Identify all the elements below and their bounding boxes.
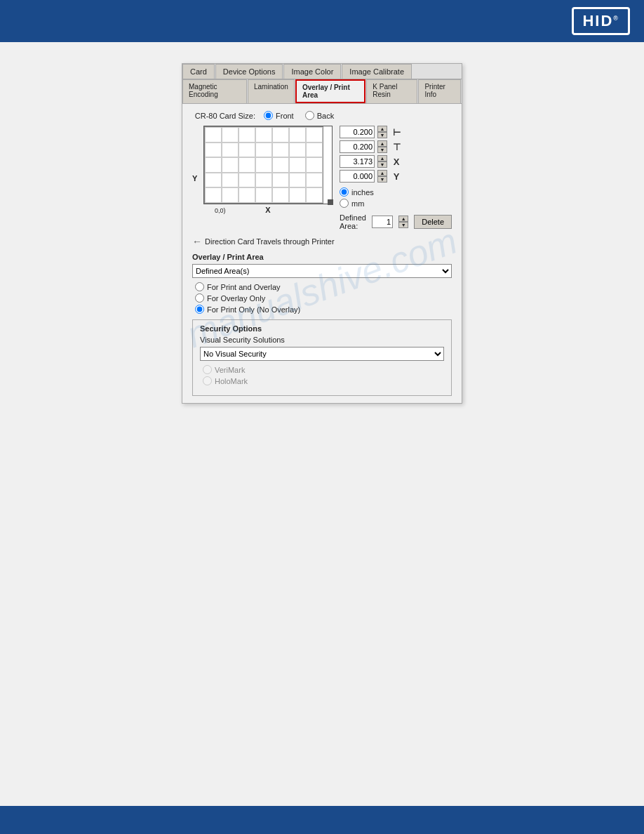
grid-cell	[289, 157, 306, 173]
grid-cell	[306, 173, 323, 188]
tab-printer-info[interactable]: Printer Info	[418, 79, 461, 103]
value1-input[interactable]	[340, 126, 375, 138]
tab-device-options[interactable]: Device Options	[215, 64, 283, 79]
dialog-body: CR-80 Card Size: Front Back Y	[182, 104, 462, 403]
spinner-area: ▲ ▼	[398, 216, 408, 228]
overlay-only-radio[interactable]	[195, 293, 204, 303]
grid-cell	[306, 127, 323, 143]
inches-label: inches	[351, 188, 374, 197]
mm-radio[interactable]	[340, 199, 349, 208]
spin-down-3[interactable]: ▼	[377, 161, 387, 168]
grid-canvas	[203, 126, 333, 204]
spinner-2: ▲ ▼	[377, 140, 387, 153]
grid-cell	[255, 157, 272, 173]
holomark-radio	[203, 376, 212, 385]
icon-4: Y	[390, 171, 403, 182]
grid-cell	[222, 173, 239, 188]
print-options-group: For Print and Overlay For Overlay Only F…	[195, 282, 452, 314]
y-axis-label: Y	[192, 174, 197, 183]
spin-up-4[interactable]: ▲	[377, 170, 387, 176]
logo-sup: ®	[613, 15, 619, 22]
spin-down-4[interactable]: ▼	[377, 176, 387, 183]
tab-overlay-print-area[interactable]: Overlay / Print Area	[295, 79, 365, 103]
icon-3: X	[390, 157, 403, 167]
front-radio[interactable]	[264, 111, 273, 120]
grid-cell	[255, 127, 272, 143]
card-size-row: CR-80 Card Size: Front Back	[192, 111, 452, 120]
grid-cell	[205, 157, 222, 173]
controls-area: ▲ ▼ ⊢ ▲ ▼ ⊤	[340, 126, 452, 230]
card-size-radio-group: Front Back	[264, 111, 334, 120]
grid-cell	[239, 127, 255, 143]
front-label: Front	[276, 112, 294, 120]
spin-up-2[interactable]: ▲	[377, 140, 387, 147]
value3-input[interactable]	[340, 155, 375, 168]
security-dropdown[interactable]: No Visual Security	[200, 347, 444, 361]
overlay-only-radio-item[interactable]: For Overlay Only	[195, 293, 452, 303]
tab-k-panel-resin[interactable]: K Panel Resin	[366, 79, 417, 103]
defined-area-input[interactable]	[372, 216, 393, 228]
grid-cell	[255, 143, 272, 158]
tab-lamination[interactable]: Lamination	[248, 79, 295, 103]
spin-up-3[interactable]: ▲	[377, 155, 387, 161]
mm-radio-item[interactable]: mm	[340, 199, 452, 208]
value4-input[interactable]	[340, 170, 375, 183]
control-row-3: ▲ ▼ X	[340, 155, 452, 168]
origin-label: 0,0)	[215, 207, 226, 214]
grid-cell	[272, 157, 289, 173]
card-size-label: CR-80 Card Size:	[192, 112, 255, 120]
grid-cell	[289, 143, 306, 158]
control-row-1: ▲ ▼ ⊢	[340, 126, 452, 138]
print-only-radio[interactable]	[195, 305, 204, 314]
direction-text: Direction Card Travels through Printer	[205, 237, 335, 246]
units-row: inches mm	[340, 187, 452, 208]
security-group: Security Options Visual Security Solutio…	[192, 319, 452, 396]
spinner-3: ▲ ▼	[377, 155, 387, 168]
inches-radio-item[interactable]: inches	[340, 187, 452, 197]
direction-row: ← Direction Card Travels through Printer	[192, 236, 452, 247]
overlay-dropdown-row: Defined Area(s) Full Card None	[192, 264, 452, 278]
print-overlay-radio-item[interactable]: For Print and Overlay	[195, 282, 452, 291]
grid-cell	[272, 127, 289, 143]
spin-up-area[interactable]: ▲	[398, 216, 408, 222]
icon-2: ⊤	[390, 142, 403, 152]
overlay-dropdown[interactable]: Defined Area(s) Full Card None	[192, 264, 452, 278]
grid-cell	[239, 157, 255, 173]
grid-cell	[289, 187, 306, 203]
front-radio-item[interactable]: Front	[264, 111, 294, 120]
spin-down-2[interactable]: ▼	[377, 147, 387, 153]
tab-image-calibrate[interactable]: Image Calibrate	[342, 64, 412, 79]
grid-controls-row: Y	[192, 126, 452, 230]
grid-cell	[222, 157, 239, 173]
control-row-4: ▲ ▼ Y	[340, 170, 452, 183]
back-label: Back	[317, 112, 334, 120]
grid-inner	[204, 126, 323, 204]
spin-down-area[interactable]: ▼	[398, 222, 408, 228]
verimark-label: VeriMark	[215, 366, 245, 374]
inches-radio[interactable]	[340, 187, 349, 197]
grid-cell	[205, 187, 222, 203]
grid-cell	[306, 157, 323, 173]
tab-image-color[interactable]: Image Color	[283, 64, 341, 79]
back-radio[interactable]	[305, 111, 314, 120]
print-overlay-label: For Print and Overlay	[207, 283, 281, 291]
print-overlay-radio[interactable]	[195, 282, 204, 291]
tab-card[interactable]: Card	[182, 64, 215, 79]
delete-button[interactable]: Delete	[414, 215, 452, 229]
tab-magnetic-encoding[interactable]: Magnetic Encoding	[182, 79, 247, 103]
holomark-label: HoloMark	[215, 377, 248, 385]
grid-wrapper: Y	[192, 126, 333, 230]
spin-up-1[interactable]: ▲	[377, 126, 387, 132]
spin-down-1[interactable]: ▼	[377, 132, 387, 138]
logo-text: HID	[582, 12, 613, 29]
overlay-section-label: Overlay / Print Area	[192, 253, 452, 261]
footer-bar	[0, 806, 644, 834]
print-only-radio-item[interactable]: For Print Only (No Overlay)	[195, 305, 452, 314]
control-row-2: ▲ ▼ ⊤	[340, 140, 452, 153]
grid-cell	[205, 127, 222, 143]
value2-input[interactable]	[340, 140, 375, 153]
back-radio-item[interactable]: Back	[305, 111, 334, 120]
grid-cell	[222, 127, 239, 143]
mm-label: mm	[351, 199, 364, 208]
grid-cell	[306, 143, 323, 158]
